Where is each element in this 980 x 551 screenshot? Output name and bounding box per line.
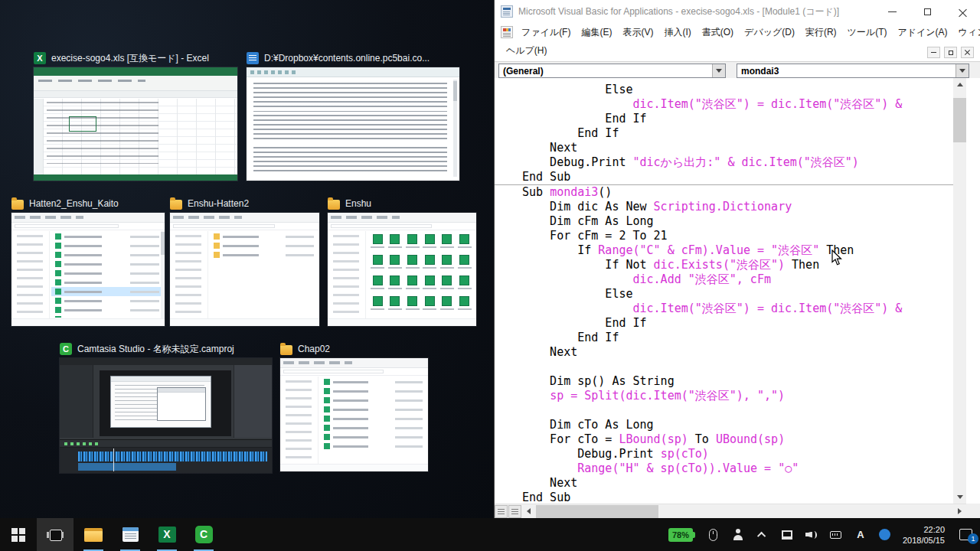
file-row — [210, 232, 318, 241]
camtasia-window-preview[interactable] — [60, 358, 272, 473]
excel-preview-ribbon — [34, 76, 237, 91]
code-editor[interactable]: Else dic.Item("渋谷区") = dic.Item("渋谷区") &… — [495, 78, 953, 504]
menu-item[interactable]: 実行(R) — [800, 24, 842, 41]
file-name-line — [333, 399, 368, 402]
folder-icon — [11, 200, 24, 210]
object-dropdown[interactable]: (General) — [498, 64, 726, 78]
excel-file-tile — [421, 276, 439, 289]
explorer-window-preview[interactable] — [170, 213, 319, 326]
tray-overflow-button[interactable] — [756, 527, 769, 543]
taskview-thumbnail-enshu-hatten2[interactable]: Enshu-Hatten2 — [170, 196, 319, 326]
taskview-thumbnail-hatten2-enshu-kaito[interactable]: Hatten2_Enshu_Kaito — [11, 196, 165, 326]
excel-file-icon — [407, 296, 417, 306]
scroll-up-button[interactable] — [953, 78, 966, 91]
taskbar-camtasia-button[interactable] — [185, 518, 222, 551]
tray-network-button[interactable] — [780, 527, 794, 543]
action-center-button[interactable]: 1 — [956, 527, 975, 543]
explorer-window-preview[interactable] — [280, 358, 428, 471]
menu-item[interactable]: 挿入(I) — [658, 24, 696, 41]
start-button[interactable] — [0, 518, 37, 551]
file-row — [320, 396, 426, 405]
file-icon — [55, 252, 61, 258]
tray-mouse-button[interactable] — [707, 527, 720, 543]
camtasia-preview-menubar — [60, 358, 272, 365]
scroll-left-button[interactable] — [522, 505, 535, 518]
maximize-button[interactable] — [910, 0, 945, 23]
camtasia-preview-clipbin — [60, 365, 93, 438]
horizontal-scrollbar[interactable] — [522, 505, 966, 518]
file-row — [320, 414, 426, 423]
excel-file-tile — [439, 296, 456, 310]
explorer-window-preview[interactable] — [11, 213, 165, 326]
taskview-thumbnail-document[interactable]: D:¥Dropbox¥contents.online.pc5bai.co... — [247, 51, 459, 181]
vertical-scroll-thumb[interactable] — [953, 98, 966, 142]
tray-people-button[interactable] — [731, 527, 745, 543]
taskbar-file-explorer-button[interactable] — [75, 518, 112, 551]
file-label-line — [423, 267, 436, 269]
taskbar-vba-button[interactable] — [112, 518, 149, 551]
tray-bluetooth-button[interactable] — [878, 527, 892, 543]
menu-item[interactable]: ウィンドウ(W) — [953, 24, 980, 41]
menu-item[interactable]: 書式(O) — [697, 24, 739, 41]
menu-item[interactable]: ツール(T) — [842, 24, 893, 41]
file-icon — [324, 388, 330, 394]
taskview-thumbnail-chap02[interactable]: Chap02 — [280, 341, 428, 471]
file-date-line — [130, 245, 159, 247]
dropdown-button[interactable] — [956, 64, 969, 77]
scroll-down-button[interactable] — [953, 491, 966, 504]
excel-file-tile — [456, 296, 473, 310]
document-window-preview[interactable] — [247, 67, 459, 181]
taskbar-excel-button[interactable] — [149, 518, 185, 551]
vertical-scrollbar[interactable] — [953, 78, 966, 504]
excel-file-tile — [369, 255, 387, 269]
full-module-view-button[interactable] — [508, 505, 521, 518]
taskview-thumbnail-enshu[interactable]: Enshu — [328, 196, 476, 326]
procedure-view-button[interactable] — [495, 505, 508, 518]
battery-indicator[interactable]: 78% — [668, 528, 693, 542]
file-name-line — [64, 309, 102, 311]
procedure-dropdown[interactable]: mondai3 — [737, 64, 969, 78]
file-icon — [55, 270, 61, 276]
tray-ime-button[interactable]: A — [854, 527, 867, 543]
explorer-preview-filelist — [320, 377, 426, 463]
module-icon[interactable] — [501, 26, 513, 38]
tray-volume-button[interactable] — [805, 527, 818, 543]
horizontal-scroll-thumb[interactable] — [536, 505, 658, 518]
menu-item-help[interactable]: ヘルプ(H) — [501, 42, 553, 60]
file-row — [210, 250, 318, 259]
close-button[interactable] — [945, 0, 980, 23]
explorer-window-preview[interactable] — [328, 213, 476, 326]
mdi-restore-button[interactable] — [944, 47, 957, 58]
file-date-line — [286, 236, 314, 238]
menu-item[interactable]: ファイル(F) — [516, 24, 576, 41]
minimize-button[interactable] — [874, 0, 910, 23]
vba-titlebar[interactable]: Microsoft Visual Basic for Applications … — [495, 0, 980, 23]
excel-preview-selection — [69, 116, 96, 132]
menu-item[interactable]: 編集(E) — [576, 24, 617, 41]
explorer-preview-statusbar — [328, 318, 476, 326]
code-segment: Range("C" & cFm).Value = "渋谷区" — [598, 243, 819, 257]
menu-item[interactable]: 表示(V) — [617, 24, 658, 41]
scroll-right-button[interactable] — [953, 505, 966, 518]
mdi-close-button[interactable] — [961, 47, 974, 58]
dropdown-button[interactable] — [712, 64, 725, 77]
file-icon — [55, 233, 61, 240]
excel-file-tile — [421, 296, 439, 310]
tray-keyboard-button[interactable] — [829, 527, 843, 543]
vba-app-icon — [501, 5, 513, 18]
file-row — [320, 405, 426, 414]
excel-window-preview[interactable] — [34, 67, 237, 181]
file-icon — [55, 261, 61, 267]
mdi-minimize-button[interactable] — [927, 47, 940, 58]
file-label-line — [440, 308, 454, 310]
explorer-preview-ribbon — [170, 213, 319, 223]
task-view-button[interactable] — [37, 518, 74, 551]
menu-item[interactable]: デバッグ(D) — [739, 24, 800, 41]
camtasia-preview-timeline-toolbar — [60, 440, 272, 448]
excel-file-icon — [390, 296, 400, 306]
taskview-thumbnail-camtasia[interactable]: Camtasia Studio - 名称未設定.camproj — [60, 341, 272, 473]
code-segment: Next — [522, 345, 577, 359]
menu-item[interactable]: アドイン(A) — [892, 24, 952, 41]
taskview-thumbnail-excel[interactable]: execise-sogo4.xls [互換モード] - Excel — [34, 51, 237, 181]
taskbar-clock[interactable]: 22:20 2018/05/15 — [903, 524, 945, 546]
